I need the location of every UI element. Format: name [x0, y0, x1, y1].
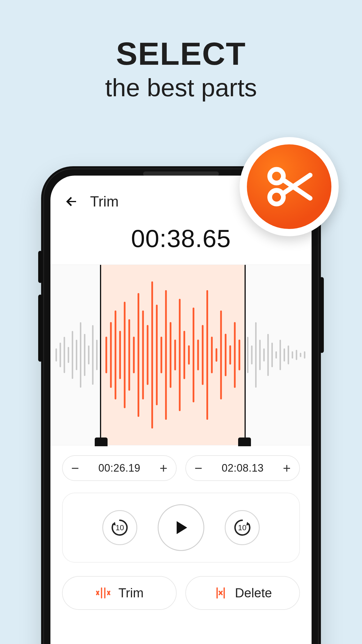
phone-side-button [38, 251, 42, 283]
forward-seconds-label: 10 [238, 523, 247, 532]
time-stepper-row: − 00:26.19 + − 02:08.13 + [50, 445, 312, 481]
phone-side-button [38, 295, 42, 362]
feature-badge [240, 137, 339, 236]
end-time-stepper: − 02:08.13 + [185, 455, 300, 481]
start-time-increase-button[interactable]: + [153, 457, 174, 479]
trim-icon [95, 587, 111, 599]
delete-button[interactable]: Delete [185, 576, 300, 610]
forward-10-button[interactable]: 10 [225, 510, 260, 545]
delete-icon [213, 587, 228, 599]
end-time-value: 02:08.13 [222, 462, 263, 474]
promo-line-2: the best parts [0, 73, 362, 102]
scissors-icon [247, 144, 331, 229]
trim-button[interactable]: Trim [62, 576, 177, 610]
end-time-decrease-button[interactable]: − [188, 457, 209, 479]
promo-headline: SELECT the best parts [0, 0, 362, 102]
play-button[interactable] [158, 504, 204, 551]
waveform-selected [101, 265, 245, 445]
back-button[interactable] [64, 195, 78, 209]
start-time-value: 00:26.19 [98, 462, 140, 474]
play-icon [172, 519, 190, 537]
trim-button-label: Trim [118, 586, 143, 600]
promo-line-1: SELECT [0, 35, 362, 72]
trim-selection[interactable] [100, 265, 246, 445]
rewind-seconds-label: 10 [116, 523, 124, 532]
start-time-decrease-button[interactable]: − [64, 457, 86, 479]
rewind-10-button[interactable]: 10 [102, 510, 137, 545]
phone-side-button [320, 277, 324, 353]
end-time-increase-button[interactable]: + [276, 457, 298, 479]
screen-title: Trim [90, 193, 119, 210]
action-row: Trim Delete [50, 563, 312, 610]
app-screen: Trim 00:38.65 [50, 176, 312, 644]
playback-panel: 10 10 [62, 493, 300, 563]
phone-mockup: Trim 00:38.65 [41, 166, 321, 644]
delete-button-label: Delete [235, 586, 272, 600]
start-time-stepper: − 00:26.19 + [62, 455, 177, 481]
waveform-area[interactable] [50, 265, 312, 445]
